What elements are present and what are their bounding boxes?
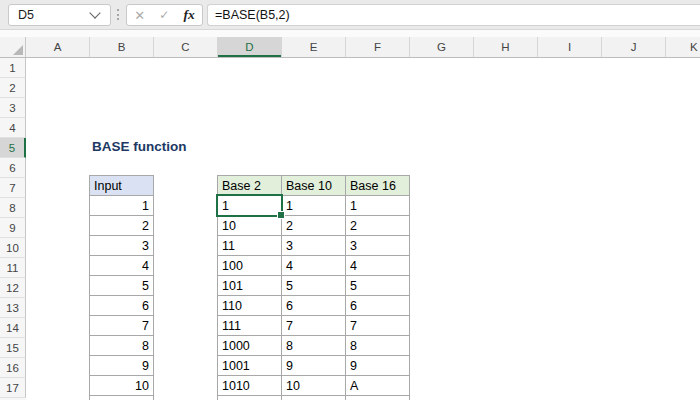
- row-header-1[interactable]: 1: [0, 58, 26, 78]
- formula-text: =BASE(B5,2): [215, 8, 290, 22]
- name-box[interactable]: D5: [8, 4, 111, 26]
- cell-d14[interactable]: 1010: [218, 376, 282, 396]
- row-header-13[interactable]: 13: [0, 298, 26, 318]
- cell-d10[interactable]: 110: [218, 296, 282, 316]
- cell-b11[interactable]: 7: [90, 316, 154, 336]
- cell-d11[interactable]: 111: [218, 316, 282, 336]
- cell-e5[interactable]: 1: [282, 196, 346, 216]
- cell-b14[interactable]: 10: [90, 376, 154, 396]
- cell-b15[interactable]: 11: [90, 396, 154, 400]
- cell-b9[interactable]: 5: [90, 276, 154, 296]
- cell-b8[interactable]: 4: [90, 256, 154, 276]
- row-header-2[interactable]: 2: [0, 78, 26, 98]
- cell-e7[interactable]: 3: [282, 236, 346, 256]
- name-box-value: D5: [9, 8, 91, 22]
- cell-e6[interactable]: 2: [282, 216, 346, 236]
- cell-d12[interactable]: 1000: [218, 336, 282, 356]
- formula-input[interactable]: =BASE(B5,2): [207, 4, 700, 26]
- select-all-triangle-icon: [13, 45, 23, 55]
- column-header-b[interactable]: B: [90, 37, 154, 57]
- cell-d15[interactable]: 1011: [218, 396, 282, 400]
- cell-f6[interactable]: 2: [346, 216, 410, 236]
- row-header-9[interactable]: 9: [0, 218, 26, 238]
- row-header-17[interactable]: 17: [0, 378, 26, 398]
- cell-e13[interactable]: 9: [282, 356, 346, 376]
- cell-d5[interactable]: 1: [218, 196, 282, 216]
- row-header-12[interactable]: 12: [0, 278, 26, 298]
- column-header-row: ABCDEFGHIJK: [0, 37, 700, 58]
- cancel-icon[interactable]: ✕: [134, 9, 145, 22]
- cell-e15[interactable]: 11: [282, 396, 346, 400]
- cell-e10[interactable]: 6: [282, 296, 346, 316]
- cell-d13[interactable]: 1001: [218, 356, 282, 376]
- cell-b7[interactable]: 3: [90, 236, 154, 256]
- cell-f15[interactable]: B: [346, 396, 410, 400]
- cell-f10[interactable]: 6: [346, 296, 410, 316]
- cell-d9[interactable]: 101: [218, 276, 282, 296]
- column-header-e[interactable]: E: [282, 37, 346, 57]
- cell-f11[interactable]: 7: [346, 316, 410, 336]
- cell-d7[interactable]: 11: [218, 236, 282, 256]
- row-header-6[interactable]: 6: [0, 158, 26, 178]
- row-header-8[interactable]: 8: [0, 198, 26, 218]
- column-header-h[interactable]: H: [474, 37, 538, 57]
- formula-bar: D5 ✕ ✓ fx =BASE(B5,2): [0, 0, 700, 30]
- cell-b4-input-header[interactable]: Input: [90, 176, 154, 196]
- row-header-4[interactable]: 4: [0, 118, 26, 138]
- base-table: Base 2 Base 10 Base 16 11110221133100441…: [217, 175, 410, 400]
- sheet-title[interactable]: BASE function: [92, 136, 187, 156]
- cell-f4-base16-header[interactable]: Base 16: [346, 176, 410, 196]
- cell-b12[interactable]: 8: [90, 336, 154, 356]
- excel-window: D5 ✕ ✓ fx =BASE(B5,2) ABCDEFGHIJK 123456…: [0, 0, 700, 400]
- cell-d4-base2-header[interactable]: Base 2: [218, 176, 282, 196]
- row-header-3[interactable]: 3: [0, 98, 26, 118]
- sheet-area[interactable]: 1234567891011121314151617 BASE function …: [0, 58, 700, 400]
- cell-b5[interactable]: 1: [90, 196, 154, 216]
- column-header-k[interactable]: K: [666, 37, 700, 57]
- cell-d6[interactable]: 10: [218, 216, 282, 236]
- cell-f8[interactable]: 4: [346, 256, 410, 276]
- cell-e12[interactable]: 8: [282, 336, 346, 356]
- cell-d8[interactable]: 100: [218, 256, 282, 276]
- row-header-column: 1234567891011121314151617: [0, 58, 26, 400]
- column-header-a[interactable]: A: [26, 37, 90, 57]
- cell-f9[interactable]: 5: [346, 276, 410, 296]
- cell-f13[interactable]: 9: [346, 356, 410, 376]
- column-header-i[interactable]: I: [538, 37, 602, 57]
- row-header-5[interactable]: 5: [0, 138, 26, 158]
- column-header-d[interactable]: D: [218, 37, 282, 57]
- cell-f5[interactable]: 1: [346, 196, 410, 216]
- cell-b6[interactable]: 2: [90, 216, 154, 236]
- cell-f14[interactable]: A: [346, 376, 410, 396]
- toolbar-spacer: [0, 30, 700, 37]
- cell-e4-base10-header[interactable]: Base 10: [282, 176, 346, 196]
- cell-f7[interactable]: 3: [346, 236, 410, 256]
- column-header-f[interactable]: F: [346, 37, 410, 57]
- column-header-c[interactable]: C: [154, 37, 218, 57]
- cell-f12[interactable]: 8: [346, 336, 410, 356]
- cell-e8[interactable]: 4: [282, 256, 346, 276]
- column-header-j[interactable]: J: [602, 37, 666, 57]
- input-table: Input 123456789101112: [89, 175, 154, 400]
- cell-b10[interactable]: 6: [90, 296, 154, 316]
- column-header-g[interactable]: G: [410, 37, 474, 57]
- cell-e14[interactable]: 10: [282, 376, 346, 396]
- cell-e11[interactable]: 7: [282, 316, 346, 336]
- select-all-button[interactable]: [0, 37, 26, 57]
- chevron-down-icon[interactable]: [89, 7, 100, 18]
- row-header-14[interactable]: 14: [0, 318, 26, 338]
- row-header-16[interactable]: 16: [0, 358, 26, 378]
- row-header-10[interactable]: 10: [0, 238, 26, 258]
- enter-icon[interactable]: ✓: [159, 9, 169, 21]
- cell-e9[interactable]: 5: [282, 276, 346, 296]
- insert-function-icon[interactable]: fx: [184, 8, 195, 22]
- row-header-11[interactable]: 11: [0, 258, 26, 278]
- row-header-15[interactable]: 15: [0, 338, 26, 358]
- formula-buttons: ✕ ✓ fx: [126, 4, 203, 26]
- formula-bar-grip-icon: [117, 9, 119, 20]
- row-header-7[interactable]: 7: [0, 178, 26, 198]
- cell-b13[interactable]: 9: [90, 356, 154, 376]
